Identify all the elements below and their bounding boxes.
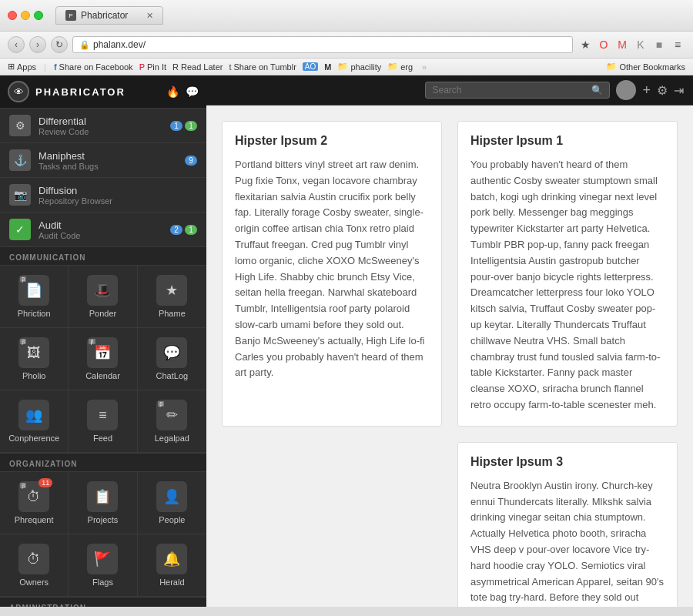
- beta-label: β: [20, 276, 26, 282]
- nav-legalpad[interactable]: β ✏ Legalpad: [138, 390, 206, 453]
- lock-icon: 🔒: [79, 40, 90, 50]
- nav-maniphest[interactable]: ⚓ Maniphest Tasks and Bugs 9: [0, 143, 206, 178]
- phrequent-label: Phrequent: [15, 515, 54, 524]
- pinterest-icon: P: [139, 62, 145, 72]
- nav-differential[interactable]: ⚙ Differential Review Code 1 1: [0, 109, 206, 143]
- bookmark-readlater[interactable]: R Read Later: [172, 62, 223, 72]
- communication-grid: β 📄 Phriction 🎩 Ponder ★ Phame β 🖼: [0, 266, 206, 454]
- nav-people[interactable]: 👤 People: [138, 472, 206, 534]
- logout-icon[interactable]: ⇥: [674, 83, 684, 98]
- bookmark-facebook[interactable]: f Share on Facebook: [54, 62, 133, 72]
- phriction-label: Phriction: [18, 309, 51, 318]
- chat-icon[interactable]: 💬: [186, 85, 199, 98]
- addon1-icon[interactable]: K: [633, 37, 648, 52]
- legalpad-label: Legalpad: [155, 434, 189, 443]
- search-icon: 🔍: [591, 85, 603, 95]
- herald-label: Herald: [159, 578, 184, 587]
- card-hipster1: Hipster Ipsum 1 You probably haven't hea…: [457, 121, 678, 427]
- audit-badge2: 1: [185, 225, 197, 235]
- bookmark-facebook-label: Share on Facebook: [59, 62, 133, 72]
- star-icon[interactable]: ★: [578, 37, 593, 52]
- facebook-icon: f: [54, 62, 57, 72]
- erg-folder-icon: 📁: [387, 62, 398, 72]
- minimize-button[interactable]: [21, 11, 30, 20]
- other-bookmarks-folder-icon: 📁: [606, 62, 617, 72]
- differential-icon: ⚙: [9, 115, 31, 136]
- gmail-icon[interactable]: M: [614, 37, 630, 52]
- nav-feed[interactable]: ≡ Feed: [69, 390, 137, 453]
- menu-icon[interactable]: ≡: [670, 37, 685, 52]
- nav-pholio[interactable]: β 🖼 Pholio: [0, 328, 69, 390]
- bookmark-erg[interactable]: 📁 erg: [387, 62, 413, 72]
- fire-icon[interactable]: 🔥: [166, 85, 179, 98]
- title-bar: P Phabricator ✕: [0, 0, 693, 32]
- close-button[interactable]: [8, 11, 17, 20]
- address-bar[interactable]: 🔒 phalanx.dev/: [72, 36, 573, 53]
- bookmark-apps[interactable]: ⊞ Apps: [8, 62, 36, 72]
- herald-icon: 🔔: [156, 544, 187, 574]
- url-text: phalanx.dev/: [93, 39, 146, 50]
- settings-icon[interactable]: ⚙: [657, 83, 668, 98]
- tab-title: Phabricator: [81, 10, 128, 21]
- other-bookmarks[interactable]: 📁 Other Bookmarks: [606, 62, 685, 72]
- bookmark-readlater-label: Read Later: [181, 62, 223, 72]
- ao-icon: AO: [303, 62, 318, 71]
- nav-herald[interactable]: 🔔 Herald: [138, 534, 206, 597]
- opera-icon[interactable]: O: [596, 37, 611, 52]
- pholio-label: Pholio: [22, 371, 46, 380]
- tab-close-icon[interactable]: ✕: [146, 11, 153, 21]
- refresh-button[interactable]: ↻: [51, 36, 68, 53]
- card-hipster3: Hipster Ipsum 3 Neutra Brooklyn Austin i…: [457, 442, 678, 607]
- maniphest-title: Maniphest: [38, 150, 177, 162]
- administration-section-header: ADMINISTRATION: [0, 598, 206, 607]
- ponder-icon: 🎩: [87, 275, 118, 306]
- card-hipster2: Hipster Ipsum 2 Portland bitters vinyl s…: [222, 121, 442, 427]
- active-tab[interactable]: P Phabricator ✕: [55, 6, 163, 25]
- bookmark-tumblr[interactable]: t Share on Tumblr: [229, 62, 296, 72]
- nav-phriction[interactable]: β 📄 Phriction: [0, 266, 69, 328]
- back-button[interactable]: ‹: [8, 36, 25, 53]
- pholio-icon: β 🖼: [18, 337, 49, 368]
- addon2-icon[interactable]: ■: [651, 37, 667, 52]
- search-bar[interactable]: 🔍: [425, 82, 610, 99]
- nav-phrequent[interactable]: β ⏱ 11 Phrequent: [0, 472, 69, 534]
- phame-label: Phame: [159, 309, 186, 318]
- navigation-bar: ‹ › ↻ 🔒 phalanx.dev/ ★ O M K ■ ≡: [0, 32, 693, 59]
- forward-button[interactable]: ›: [29, 36, 46, 53]
- app-container: 👁 PHABRICATOR 🔥 💬 ⚙ Differential Review …: [0, 75, 693, 607]
- nav-audit[interactable]: ✓ Audit Audit Code 2 1: [0, 213, 206, 247]
- diffusion-title: Diffusion: [38, 185, 197, 196]
- calendar-label: Calendar: [85, 371, 120, 380]
- nav-conpherence[interactable]: 👥 Conpherence: [0, 390, 69, 453]
- add-icon[interactable]: +: [642, 82, 651, 99]
- user-avatar[interactable]: [616, 80, 636, 100]
- nav-flags[interactable]: 🚩 Flags: [69, 534, 137, 597]
- owners-icon: ⏱: [18, 544, 49, 574]
- maximize-button[interactable]: [34, 11, 43, 20]
- tab-bar: P Phabricator ✕: [55, 6, 685, 25]
- nav-ponder[interactable]: 🎩 Ponder: [69, 266, 137, 328]
- bookmark-erg-label: erg: [400, 62, 413, 72]
- search-input[interactable]: [432, 85, 591, 95]
- audit-subtitle: Audit Code: [38, 231, 162, 240]
- phame-icon: ★: [156, 275, 187, 306]
- people-label: People: [159, 515, 185, 524]
- bookmark-phacility[interactable]: 📁 phacility: [337, 62, 381, 72]
- bookmark-pinit[interactable]: P Pin It: [139, 62, 166, 72]
- calendar-icon: β 📅: [87, 337, 118, 368]
- maniphest-icon: ⚓: [9, 149, 31, 171]
- nav-icons: ★ O M K ■ ≡: [578, 37, 685, 52]
- nav-owners[interactable]: ⏱ Owners: [0, 534, 69, 597]
- nav-diffusion[interactable]: 📷 Diffusion Repository Browser: [0, 178, 206, 213]
- nav-calendar[interactable]: β 📅 Calendar: [69, 328, 137, 390]
- bookmarks-bar: ⊞ Apps | f Share on Facebook P Pin It R …: [0, 59, 693, 75]
- phriction-icon: β 📄: [18, 275, 49, 306]
- organization-section-header: ORGANIZATION: [0, 454, 206, 472]
- bookmark-ao[interactable]: AO: [303, 62, 318, 71]
- nav-phame[interactable]: ★ Phame: [138, 266, 206, 328]
- nav-chatlog[interactable]: 💬 ChatLog: [138, 328, 206, 390]
- flags-icon: 🚩: [87, 544, 118, 574]
- nav-projects[interactable]: 📋 Projects: [69, 472, 137, 534]
- conpherence-label: Conpherence: [8, 434, 59, 443]
- bookmark-m[interactable]: M: [324, 62, 331, 72]
